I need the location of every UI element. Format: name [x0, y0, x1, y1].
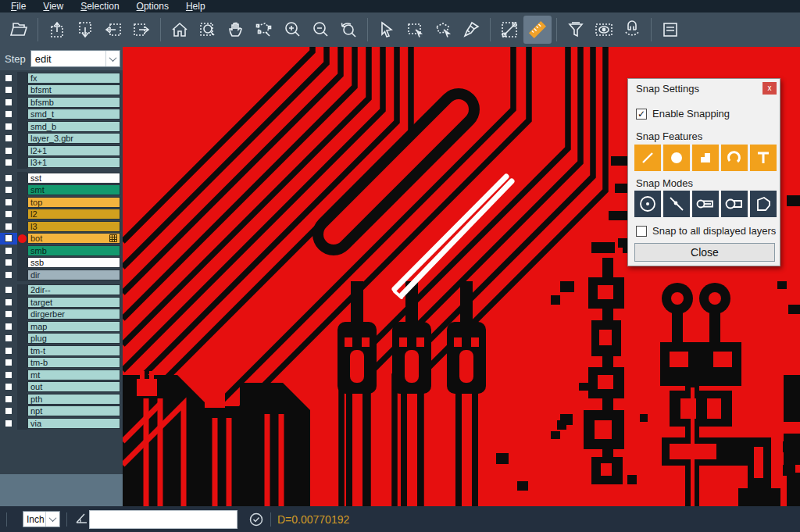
layer-row-tm-t[interactable]: tm-t: [0, 345, 123, 357]
pan-down-icon[interactable]: [71, 16, 99, 44]
select-pointer-icon[interactable]: [373, 16, 401, 44]
layer-checkbox[interactable]: [0, 369, 17, 381]
layer-checkbox[interactable]: [0, 157, 17, 170]
pan-left-icon[interactable]: [99, 16, 127, 44]
layer-checkbox[interactable]: [0, 357, 17, 370]
open-icon[interactable]: [5, 16, 33, 44]
zoom-out-icon[interactable]: [306, 16, 334, 44]
pan-up-icon[interactable]: [43, 16, 71, 44]
menu-file[interactable]: File: [3, 0, 34, 12]
confirm-circle-icon[interactable]: [248, 512, 264, 527]
layer-checkbox[interactable]: [0, 296, 17, 309]
measure-ruler-icon[interactable]: [523, 16, 552, 44]
layer-row-fx[interactable]: fx: [0, 72, 123, 84]
layer-row-l3+1[interactable]: l3+1: [0, 157, 123, 170]
layer-form-icon[interactable]: [656, 16, 684, 44]
snap-arc-icon[interactable]: [721, 145, 748, 171]
layer-row-bot[interactable]: bot: [0, 233, 123, 245]
layer-checkbox[interactable]: [0, 309, 17, 321]
close-button[interactable]: Close: [634, 243, 775, 262]
layer-checkbox[interactable]: [0, 257, 17, 270]
filter-icon[interactable]: [562, 16, 590, 44]
layer-checkbox[interactable]: [0, 269, 17, 281]
menu-options[interactable]: Options: [129, 0, 177, 12]
snap-surface-icon[interactable]: [692, 145, 719, 171]
zoom-in-icon[interactable]: [278, 16, 306, 44]
layer-checkbox[interactable]: [0, 96, 17, 109]
layer-checkbox[interactable]: [0, 333, 17, 345]
layer-row-smd_b[interactable]: smd_b: [0, 120, 123, 133]
snap-outline-icon[interactable]: [750, 191, 777, 217]
layer-checkbox[interactable]: [0, 320, 17, 333]
layer-checkbox[interactable]: [0, 72, 17, 84]
layer-checkbox[interactable]: [0, 133, 17, 145]
layer-row-sst[interactable]: sst: [0, 172, 123, 184]
view-options-icon[interactable]: [590, 16, 618, 44]
layer-row-plug[interactable]: plug: [0, 333, 123, 345]
snap-line-point-icon[interactable]: [663, 191, 690, 217]
zoom-window-icon[interactable]: [194, 16, 222, 44]
layer-checkbox[interactable]: [0, 233, 17, 245]
snap-text-icon[interactable]: [750, 145, 777, 171]
snap-pad-icon[interactable]: [663, 145, 690, 171]
menu-help[interactable]: Help: [178, 0, 213, 12]
snap-all-layers-checkbox[interactable]: [636, 226, 647, 237]
pan-right-icon[interactable]: [127, 16, 155, 44]
step-select[interactable]: edit: [30, 50, 120, 67]
enable-snapping-checkbox[interactable]: ✓: [636, 109, 647, 120]
measure-distance-icon[interactable]: [495, 16, 523, 44]
layer-row-dir[interactable]: dir: [0, 269, 123, 281]
layer-checkbox[interactable]: [0, 84, 17, 97]
layer-checkbox[interactable]: [0, 345, 17, 357]
layer-row-smt[interactable]: smt: [0, 184, 123, 197]
zoom-previous-icon[interactable]: [334, 16, 362, 44]
layer-row-dirgerber[interactable]: dirgerber: [0, 309, 123, 321]
layer-checkbox[interactable]: [0, 284, 17, 297]
layer-row-out[interactable]: out: [0, 381, 123, 394]
snap-slot-outline-icon[interactable]: [721, 191, 748, 217]
menu-selection[interactable]: Selection: [73, 0, 127, 12]
home-icon[interactable]: [166, 16, 194, 44]
layer-row-smb[interactable]: smb: [0, 245, 123, 257]
layer-row-l2+1[interactable]: l2+1: [0, 145, 123, 157]
dialog-close-icon[interactable]: x: [762, 82, 777, 95]
layer-row-l3[interactable]: l3: [0, 220, 123, 233]
layer-row-ssb[interactable]: ssb: [0, 257, 123, 270]
layer-row-layer_3.gbr[interactable]: layer_3.gbr: [0, 133, 123, 145]
layer-row-map[interactable]: map: [0, 320, 123, 333]
layer-checkbox[interactable]: [0, 393, 17, 405]
layer-checkbox[interactable]: [0, 417, 17, 430]
layer-row-tm-b[interactable]: tm-b: [0, 357, 123, 370]
unit-select[interactable]: Inch: [23, 511, 60, 527]
layer-checkbox[interactable]: [0, 109, 17, 121]
layer-row-l2[interactable]: l2: [0, 209, 123, 221]
snap-line-icon[interactable]: [634, 145, 661, 171]
layer-checkbox[interactable]: [0, 405, 17, 418]
snap-magnet-icon[interactable]: [618, 16, 646, 44]
angle-mode-icon[interactable]: [73, 510, 89, 529]
pan-hand-icon[interactable]: [222, 16, 250, 44]
layer-row-top[interactable]: top: [0, 196, 123, 209]
select-polygon-icon[interactable]: [429, 16, 457, 44]
layer-row-pth[interactable]: pth: [0, 393, 123, 405]
snap-center-icon[interactable]: [634, 191, 661, 217]
layer-row-bfsmt[interactable]: bfsmt: [0, 84, 123, 97]
layer-checkbox[interactable]: [0, 245, 17, 257]
layer-row-mt[interactable]: mt: [0, 369, 123, 381]
snap-slot-center-icon[interactable]: [692, 191, 719, 217]
layer-row-via[interactable]: via: [0, 417, 123, 430]
layer-checkbox[interactable]: [0, 145, 17, 157]
layer-checkbox[interactable]: [0, 381, 17, 394]
layer-checkbox[interactable]: [0, 209, 17, 221]
layer-checkbox[interactable]: [0, 172, 17, 184]
layer-row-2dir--[interactable]: 2dir--: [0, 284, 123, 297]
paint-select-icon[interactable]: [457, 16, 485, 44]
measure-input[interactable]: [89, 510, 238, 529]
layer-row-bfsmb[interactable]: bfsmb: [0, 96, 123, 109]
layer-checkbox[interactable]: [0, 120, 17, 133]
layer-row-npt[interactable]: npt: [0, 405, 123, 418]
layer-checkbox[interactable]: [0, 220, 17, 233]
zoom-polygon-icon[interactable]: [250, 16, 278, 44]
layer-checkbox[interactable]: [0, 184, 17, 197]
layer-checkbox[interactable]: [0, 196, 17, 209]
